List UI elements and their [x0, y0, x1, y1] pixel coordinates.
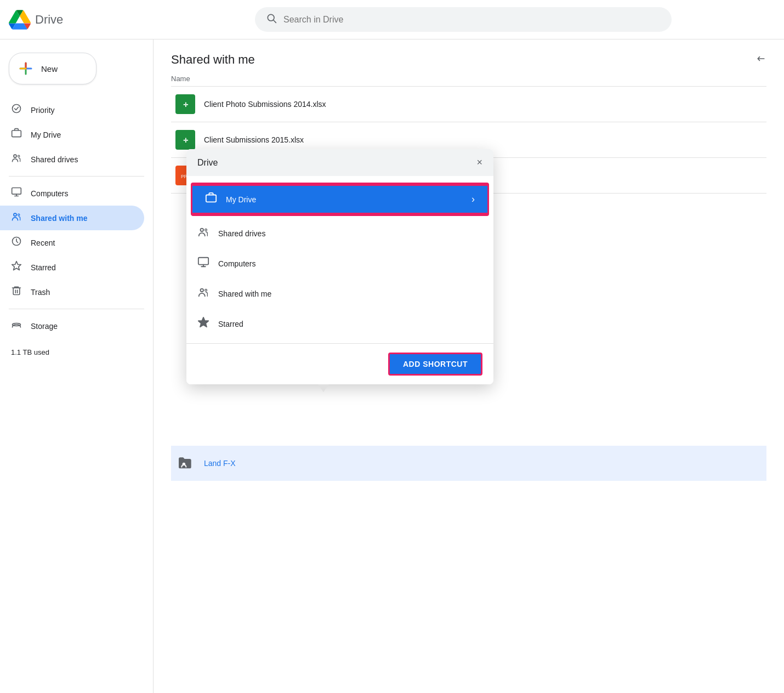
svg-point-9 — [18, 155, 20, 157]
sidebar-item-recent-label: Recent — [31, 238, 55, 247]
file-name-1: Client Photo Submissions 2014.xlsx — [204, 100, 326, 109]
main-layout: New Priority My Drive Shared drives — [0, 39, 784, 693]
land-fx-name: Land F-X — [204, 459, 236, 468]
storage-used-section: 1.1 TB used — [0, 338, 153, 366]
computers-icon — [11, 186, 22, 200]
file-name-2: Client Submissions 2015.xlsx — [204, 135, 304, 144]
dialog-list: My Drive › Shared drives — [186, 176, 493, 343]
dialog-pointer — [318, 384, 329, 392]
logo-area: Drive — [9, 9, 151, 31]
sidebar-item-storage[interactable]: Storage — [0, 314, 144, 338]
sidebar-item-my-drive-label: My Drive — [31, 130, 61, 139]
dialog-item-shared-drives-label: Shared drives — [218, 229, 265, 238]
svg-rect-28 — [198, 258, 208, 265]
xlsx-icon-1: ✛ — [175, 94, 195, 114]
sidebar-item-computers[interactable]: Computers — [0, 181, 144, 206]
svg-rect-7 — [12, 130, 21, 137]
svg-point-8 — [14, 155, 16, 157]
dialog-close-button[interactable]: × — [476, 157, 482, 168]
sidebar-item-storage-label: Storage — [31, 322, 58, 331]
sidebar-item-shared-drives[interactable]: Shared drives — [0, 147, 144, 172]
dialog-shared-with-me-icon — [197, 286, 209, 301]
sidebar-item-priority[interactable]: Priority — [0, 98, 144, 122]
dialog-footer: ADD SHORTCUT — [186, 343, 493, 384]
add-shortcut-button[interactable]: ADD SHORTCUT — [388, 353, 482, 376]
priority-icon — [11, 103, 22, 117]
svg-text:✛: ✛ — [183, 101, 189, 108]
shared-with-me-icon — [11, 211, 22, 225]
dialog-my-drive-icon — [205, 192, 217, 207]
starred-icon — [11, 260, 22, 274]
svg-point-12 — [18, 214, 20, 215]
xlsx-icon-2: ✛ — [175, 130, 195, 150]
dialog-header: Drive × — [186, 149, 493, 176]
sidebar-item-my-drive[interactable]: My Drive — [0, 122, 144, 147]
sidebar-divider-2 — [9, 309, 144, 309]
chevron-right-icon: › — [471, 194, 475, 205]
drive-dialog: Drive × My Drive › — [186, 149, 493, 384]
dialog-item-starred[interactable]: Starred — [186, 309, 493, 339]
svg-point-30 — [205, 289, 207, 292]
recent-icon — [11, 236, 22, 249]
sidebar-item-starred[interactable]: Starred — [0, 255, 144, 280]
file-row-1[interactable]: ✛ Client Photo Submissions 2014.xlsx — [171, 87, 766, 122]
sidebar-item-recent[interactable]: Recent — [0, 230, 144, 255]
page-title-bar: Shared with me — [171, 53, 766, 67]
svg-rect-10 — [12, 188, 21, 195]
search-icon — [266, 13, 277, 26]
content-area: Shared with me Name ✛ Client Photo Submi… — [154, 39, 784, 693]
dialog-item-shared-drives[interactable]: Shared drives — [186, 218, 493, 248]
new-button-label: New — [41, 64, 58, 73]
dialog-item-shared-with-me-label: Shared with me — [218, 289, 271, 298]
svg-point-11 — [14, 213, 16, 216]
dialog-item-shared-with-me[interactable]: Shared with me — [186, 279, 493, 309]
svg-point-27 — [205, 229, 207, 231]
drive-dialog-overlay: Drive × My Drive › — [186, 149, 493, 392]
shared-drives-icon — [11, 152, 22, 166]
new-button[interactable]: New — [9, 53, 96, 84]
new-plus-icon — [18, 61, 33, 76]
land-fx-spacer: Land F-X — [171, 446, 766, 481]
drive-logo-icon — [9, 9, 31, 31]
sidebar-item-shared-with-me-label: Shared with me — [31, 214, 87, 223]
search-bar[interactable] — [255, 7, 672, 32]
dialog-item-computers-label: Computers — [218, 259, 255, 268]
svg-line-1 — [274, 20, 276, 23]
page-title: Shared with me — [171, 53, 255, 67]
svg-rect-25 — [206, 195, 216, 202]
dialog-item-my-drive[interactable]: My Drive › — [191, 184, 489, 214]
sidebar-item-shared-drives-label: Shared drives — [31, 155, 78, 164]
svg-text:✛: ✛ — [183, 137, 189, 144]
title-action-icon[interactable] — [755, 53, 766, 67]
dialog-item-starred-label: Starred — [218, 320, 243, 328]
sidebar: New Priority My Drive Shared drives — [0, 39, 154, 693]
dialog-shared-drives-icon — [197, 226, 209, 241]
land-fx-row[interactable]: Land F-X — [171, 446, 766, 481]
dialog-title: Drive — [197, 158, 218, 168]
column-header-name: Name — [171, 69, 766, 87]
trash-icon — [11, 285, 22, 299]
dialog-computers-icon — [197, 256, 209, 271]
svg-point-26 — [201, 229, 204, 232]
dialog-starred-icon — [197, 316, 209, 331]
header: Drive — [0, 0, 784, 39]
search-input[interactable] — [283, 15, 661, 25]
sidebar-divider-1 — [9, 176, 144, 177]
sidebar-item-shared-with-me[interactable]: Shared with me — [0, 206, 144, 230]
sidebar-item-computers-label: Computers — [31, 189, 68, 198]
svg-marker-14 — [12, 262, 21, 270]
svg-point-6 — [13, 105, 21, 113]
shared-folder-icon — [175, 453, 195, 473]
storage-icon — [11, 319, 22, 333]
svg-point-29 — [201, 289, 204, 292]
sidebar-item-priority-label: Priority — [31, 106, 55, 115]
dialog-item-computers[interactable]: Computers — [186, 248, 493, 279]
storage-used-label: 1.1 TB used — [11, 348, 49, 356]
my-drive-icon — [11, 128, 22, 141]
svg-marker-31 — [198, 317, 208, 327]
svg-rect-15 — [13, 288, 20, 295]
app-title: Drive — [35, 13, 63, 27]
sidebar-item-starred-label: Starred — [31, 263, 56, 272]
sidebar-item-trash-label: Trash — [31, 288, 50, 297]
sidebar-item-trash[interactable]: Trash — [0, 280, 144, 304]
